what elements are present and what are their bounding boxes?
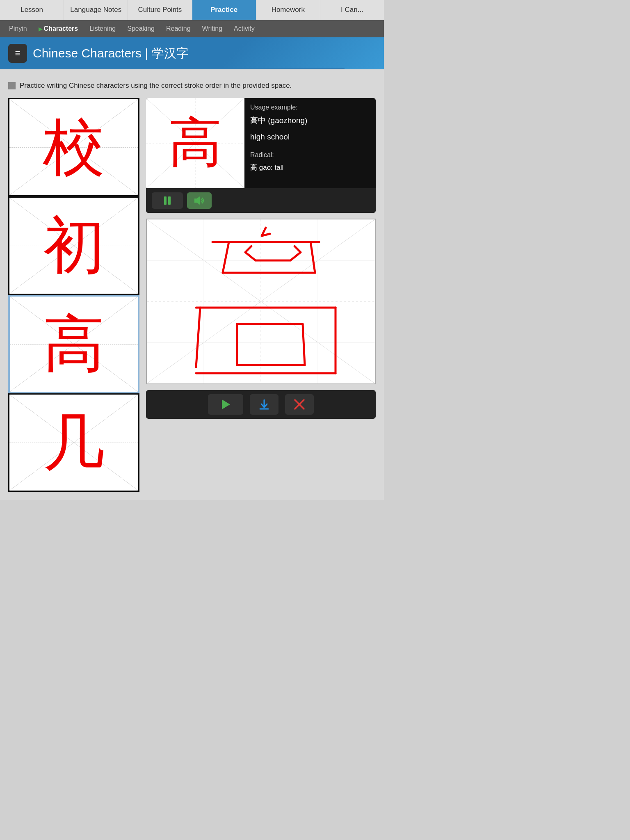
download-icon (258, 398, 270, 411)
usage-controls (146, 188, 376, 213)
writing-area[interactable] (146, 219, 376, 384)
main-content: Practice writing Chinese characters usin… (0, 69, 384, 500)
usage-label: Usage example: (250, 104, 370, 111)
subnav-pinyin[interactable]: Pinyin (3, 20, 33, 37)
pause-bar-2 (168, 196, 171, 205)
instruction-icon (8, 82, 16, 89)
menu-icon: ≡ (8, 44, 27, 63)
char-card-3[interactable]: 几 (8, 393, 139, 492)
right-column: 高 高 Usage example: 高中 (gāozhōng) high sc… (146, 98, 376, 419)
tab-i-can[interactable]: I Can... (320, 0, 384, 20)
subnav-writing[interactable]: Writing (196, 20, 228, 37)
writing-grid[interactable] (147, 219, 375, 383)
character-list: 校 初 高 几 (8, 98, 139, 492)
char-2: 高 (43, 313, 105, 375)
clear-button[interactable] (285, 394, 314, 415)
usage-meaning: high school (250, 132, 370, 142)
char-card-0[interactable]: 校 (8, 98, 139, 196)
page-title: Chinese Characters | 学汉字 (33, 45, 189, 62)
subnav-reading[interactable]: Reading (160, 20, 196, 37)
pause-button[interactable] (152, 192, 183, 209)
tab-homework[interactable]: Homework (256, 0, 320, 20)
tab-culture-points[interactable]: Culture Points (128, 0, 192, 20)
clear-icon (293, 398, 306, 411)
content-columns: 校 初 高 几 (8, 98, 376, 492)
char-card-1[interactable]: 初 (8, 196, 139, 295)
subnav-listening[interactable]: Listening (84, 20, 121, 37)
usage-panel: 高 高 Usage example: 高中 (gāozhōng) high sc… (146, 98, 376, 213)
sub-navigation: Pinyin Characters Listening Speaking Rea… (0, 20, 384, 37)
svg-marker-13 (222, 399, 230, 409)
instruction-text: Practice writing Chinese characters usin… (20, 82, 292, 90)
play-button[interactable] (208, 394, 243, 415)
char-3: 几 (43, 412, 105, 473)
subnav-activity[interactable]: Activity (228, 20, 260, 37)
pause-icon (164, 196, 171, 205)
pause-bar-1 (164, 196, 167, 205)
header-banner: ≡ Chinese Characters | 学汉字 (0, 37, 384, 69)
radical-label: Radical: (250, 151, 370, 159)
sound-icon (193, 196, 206, 205)
char-1: 初 (43, 215, 105, 276)
svg-marker-4 (194, 196, 200, 205)
char-card-2[interactable]: 高 (8, 295, 139, 393)
play-icon (219, 398, 232, 411)
radical-value: 高 gāo: tall (250, 163, 370, 172)
subnav-speaking[interactable]: Speaking (121, 20, 160, 37)
usage-example: 高中 (gāozhōng) (250, 115, 370, 126)
download-button[interactable] (250, 394, 278, 415)
sound-button[interactable] (187, 192, 212, 209)
tab-lesson[interactable]: Lesson (0, 0, 64, 20)
tab-practice[interactable]: Practice (192, 0, 256, 20)
top-navigation: Lesson Language Notes Culture Points Pra… (0, 0, 384, 20)
usage-info: Usage example: 高中 (gāozhōng) high school… (244, 98, 376, 188)
bottom-controls (146, 390, 376, 419)
usage-char-display: 高 高 (146, 98, 244, 188)
tab-language-notes[interactable]: Language Notes (64, 0, 128, 20)
char-main: 高 (169, 107, 222, 179)
writing-grid-svg (147, 219, 375, 383)
char-0: 校 (43, 116, 105, 178)
instruction-bar: Practice writing Chinese characters usin… (8, 82, 376, 90)
subnav-characters[interactable]: Characters (33, 20, 84, 37)
